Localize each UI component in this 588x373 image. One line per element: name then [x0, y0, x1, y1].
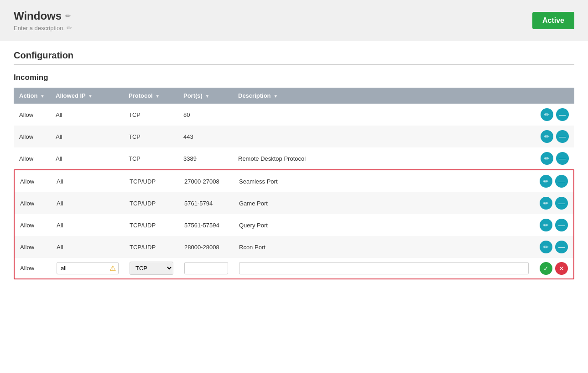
header: Windows ✏ Enter a description. ✏ Active	[0, 0, 588, 41]
row-actions: ✏ —	[534, 192, 573, 214]
protocol-select[interactable]: TCP UDP TCP/UDP	[130, 262, 173, 275]
row-action: Allow	[15, 214, 51, 236]
allowed-ip-input-wrapper: ⚠	[57, 262, 119, 274]
table-row: Allow All TCP/UDP 57561-57594 Query Port…	[15, 214, 573, 236]
new-row-allowed-ip-cell: ⚠	[51, 258, 124, 278]
row-actions: ✏ —	[534, 236, 573, 258]
row-actions: ✏ —	[534, 214, 573, 236]
col-header-actions	[535, 88, 574, 104]
row-ports: 28000-28008	[179, 236, 234, 258]
row-actions: ✏ —	[535, 147, 574, 169]
remove-button[interactable]: —	[556, 108, 569, 121]
remove-button[interactable]: —	[556, 152, 569, 165]
row-actions: ✏ —	[535, 104, 574, 126]
row-ports: 5761-5794	[179, 192, 234, 214]
row-ports: 57561-57594	[179, 214, 234, 236]
warning-icon: ⚠	[109, 264, 116, 273]
row-action: Allow	[15, 236, 51, 258]
row-description: Seamless Port	[234, 170, 534, 192]
header-left: Windows ✏ Enter a description. ✏	[14, 10, 72, 32]
highlighted-body: Allow All TCP/UDP 27000-27008 Seamless P…	[15, 170, 573, 278]
edit-button[interactable]: ✏	[540, 241, 552, 253]
title-text: Windows	[14, 10, 62, 22]
remove-button[interactable]: —	[555, 241, 568, 253]
row-protocol: TCP	[123, 126, 178, 147]
row-allowed-ip: All	[51, 170, 124, 192]
firewall-table: Action ▼ Allowed IP ▼ Protocol ▼ Port(s)…	[14, 88, 574, 169]
main-content: Configuration Incoming Action ▼ Allowed …	[0, 41, 588, 289]
row-ports: 443	[178, 126, 233, 147]
row-actions: ✏ —	[534, 170, 573, 192]
section-divider	[14, 64, 574, 65]
row-actions: ✏ —	[535, 126, 574, 147]
ports-input[interactable]	[184, 262, 228, 274]
col-header-description[interactable]: Description ▼	[233, 88, 535, 104]
table-row: Allow All TCP 80 ✏ —	[14, 104, 574, 126]
table-body: Allow All TCP 80 ✏ — Allow All TCP 443	[14, 104, 574, 169]
table-row: Allow All TCP/UDP 27000-27008 Seamless P…	[15, 170, 573, 192]
row-description: Query Port	[234, 214, 534, 236]
new-row-description-cell	[234, 258, 534, 278]
table-row: Allow All TCP 3389 Remote Desktop Protoc…	[14, 147, 574, 169]
table-row: Allow All TCP 443 ✏ —	[14, 126, 574, 147]
row-action: Allow	[14, 147, 50, 169]
edit-button[interactable]: ✏	[541, 152, 553, 165]
col-header-protocol[interactable]: Protocol ▼	[123, 88, 178, 104]
row-action: Allow	[14, 104, 50, 126]
row-protocol: TCP/UDP	[124, 170, 179, 192]
edit-button[interactable]: ✏	[540, 175, 552, 188]
new-row-ports-cell	[179, 258, 234, 278]
incoming-title: Incoming	[14, 73, 574, 82]
row-ports: 80	[178, 104, 233, 126]
row-protocol: TCP/UDP	[124, 236, 179, 258]
row-allowed-ip: All	[50, 147, 123, 169]
remove-button[interactable]: —	[556, 130, 569, 143]
row-protocol: TCP/UDP	[124, 192, 179, 214]
row-description	[233, 104, 535, 126]
highlighted-section: Allow All TCP/UDP 27000-27008 Seamless P…	[14, 169, 574, 279]
remove-button[interactable]: —	[555, 219, 568, 231]
remove-button[interactable]: —	[555, 197, 568, 210]
edit-button[interactable]: ✏	[541, 130, 553, 143]
cancel-button[interactable]: ✕	[555, 262, 568, 275]
title-edit-icon[interactable]: ✏	[65, 12, 71, 20]
confirm-button[interactable]: ✓	[540, 262, 552, 275]
remove-button[interactable]: —	[555, 175, 568, 188]
row-action: Allow	[15, 192, 51, 214]
table-row: Allow All TCP/UDP 28000-28008 Rcon Port …	[15, 236, 573, 258]
description-edit-icon[interactable]: ✏	[67, 24, 72, 32]
col-header-allowed-ip[interactable]: Allowed IP ▼	[50, 88, 123, 104]
page-subtitle: Enter a description. ✏	[14, 24, 72, 32]
new-row-protocol-cell: TCP UDP TCP/UDP	[124, 258, 179, 278]
table-row: Allow All TCP/UDP 5761-5794 Game Port ✏ …	[15, 192, 573, 214]
row-protocol: TCP	[123, 104, 178, 126]
configuration-title: Configuration	[14, 50, 574, 61]
page-title: Windows ✏	[14, 10, 72, 22]
row-allowed-ip: All	[50, 104, 123, 126]
row-description: Remote Desktop Protocol	[233, 147, 535, 169]
row-description: Rcon Port	[234, 236, 534, 258]
row-protocol: TCP/UDP	[124, 214, 179, 236]
new-row-actions: ✓ ✕	[534, 258, 573, 278]
row-ports: 27000-27008	[179, 170, 234, 192]
status-badge[interactable]: Active	[532, 12, 574, 29]
row-action: Allow	[15, 170, 51, 192]
row-description	[233, 126, 535, 147]
row-allowed-ip: All	[51, 192, 124, 214]
highlighted-table: Allow All TCP/UDP 27000-27008 Seamless P…	[15, 170, 573, 278]
col-header-ports[interactable]: Port(s) ▼	[178, 88, 233, 104]
edit-button[interactable]: ✏	[540, 197, 552, 210]
new-row-action: Allow	[15, 258, 51, 278]
row-description: Game Port	[234, 192, 534, 214]
edit-button[interactable]: ✏	[540, 219, 552, 231]
row-allowed-ip: All	[51, 236, 124, 258]
row-protocol: TCP	[123, 147, 178, 169]
edit-button[interactable]: ✏	[541, 108, 553, 121]
new-rule-row: Allow ⚠ TCP UDP TCP/UDP	[15, 258, 573, 278]
row-allowed-ip: All	[51, 214, 124, 236]
row-allowed-ip: All	[50, 126, 123, 147]
description-input[interactable]	[239, 262, 529, 274]
col-header-action[interactable]: Action ▼	[14, 88, 50, 104]
row-action: Allow	[14, 126, 50, 147]
table-header: Action ▼ Allowed IP ▼ Protocol ▼ Port(s)…	[14, 88, 574, 104]
